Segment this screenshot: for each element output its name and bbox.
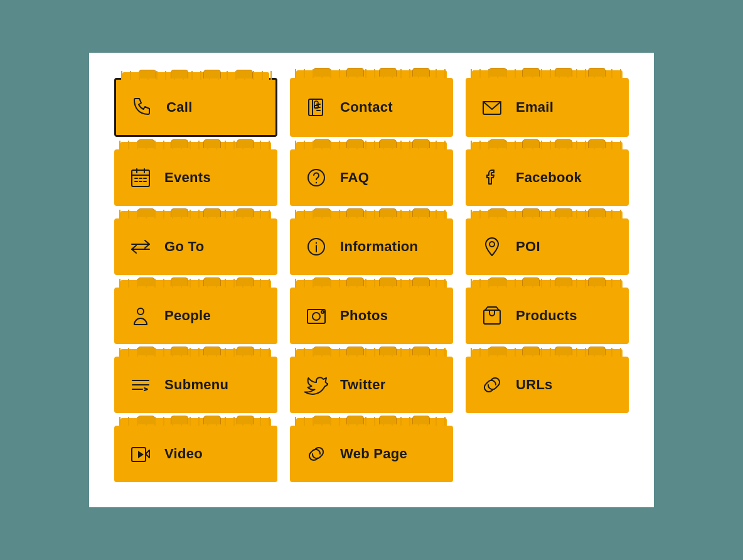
stud bbox=[412, 68, 430, 77]
stud bbox=[412, 277, 430, 286]
stud bbox=[237, 277, 254, 286]
stud bbox=[522, 347, 540, 355]
brick-label-twitter: Twitter bbox=[340, 377, 386, 393]
stud bbox=[588, 139, 606, 148]
brick-label-call: Call bbox=[166, 99, 193, 116]
brick-video[interactable]: Video bbox=[114, 426, 277, 482]
stud bbox=[522, 68, 540, 77]
stud-row bbox=[114, 347, 277, 355]
brick-label-people: People bbox=[164, 308, 211, 324]
brick-submenu[interactable]: Submenu bbox=[114, 357, 277, 413]
stud bbox=[346, 347, 364, 355]
stud-row bbox=[290, 208, 453, 217]
brick-twitter[interactable]: Twitter bbox=[290, 357, 453, 413]
stud bbox=[237, 347, 254, 355]
faq-icon bbox=[302, 164, 330, 191]
information-icon bbox=[302, 233, 330, 261]
svg-point-20 bbox=[316, 242, 317, 244]
brick-poi[interactable]: POI bbox=[466, 218, 629, 275]
twitter-icon bbox=[302, 371, 330, 399]
stud-row bbox=[290, 416, 453, 424]
stud bbox=[237, 208, 254, 217]
stud bbox=[203, 139, 221, 148]
brick-label-facebook: Facebook bbox=[516, 170, 582, 186]
poi-icon bbox=[478, 233, 506, 261]
brick-faq[interactable]: FAQ bbox=[290, 149, 453, 206]
stud-row bbox=[466, 208, 629, 217]
brick-people[interactable]: People bbox=[114, 288, 277, 344]
brick-label-urls: URLs bbox=[516, 377, 553, 393]
stud bbox=[379, 208, 397, 217]
stud bbox=[235, 70, 253, 78]
stud bbox=[171, 347, 188, 355]
stud-row bbox=[114, 139, 277, 148]
stud bbox=[379, 139, 397, 148]
stud bbox=[313, 68, 331, 77]
brick-events[interactable]: Events bbox=[114, 149, 277, 206]
stud-row bbox=[290, 68, 453, 77]
products-icon bbox=[478, 302, 506, 330]
stud-row bbox=[116, 70, 275, 78]
stud bbox=[588, 208, 606, 217]
stud bbox=[588, 347, 606, 355]
brick-photos[interactable]: Photos bbox=[290, 288, 453, 344]
stud bbox=[137, 208, 155, 217]
stud bbox=[137, 139, 155, 148]
stud bbox=[137, 277, 155, 286]
brick-contact[interactable]: Contact bbox=[290, 78, 453, 137]
brick-label-webpage: Web Page bbox=[340, 446, 407, 462]
stud bbox=[313, 277, 331, 286]
stud bbox=[489, 68, 506, 77]
stud bbox=[346, 208, 364, 217]
stud-row bbox=[114, 208, 277, 217]
svg-rect-24 bbox=[307, 310, 325, 323]
stud bbox=[412, 416, 430, 424]
stud-row bbox=[466, 347, 629, 355]
stud bbox=[139, 70, 156, 78]
stud-row bbox=[466, 139, 629, 148]
stud bbox=[522, 277, 540, 286]
svg-point-25 bbox=[313, 313, 320, 320]
stud bbox=[171, 208, 188, 217]
goto-icon bbox=[127, 233, 154, 261]
brick-webpage[interactable]: Web Page bbox=[290, 426, 453, 482]
stud bbox=[379, 347, 397, 355]
brick-products[interactable]: Products bbox=[466, 288, 629, 344]
stud-row bbox=[114, 416, 277, 424]
brick-label-poi: POI bbox=[516, 239, 540, 255]
stud bbox=[489, 208, 506, 217]
brick-facebook[interactable]: Facebook bbox=[466, 149, 629, 206]
people-icon bbox=[127, 302, 154, 330]
stud bbox=[346, 277, 364, 286]
stud bbox=[203, 208, 221, 217]
stud-row bbox=[466, 277, 629, 286]
submenu-icon bbox=[127, 371, 154, 399]
stud-row bbox=[290, 277, 453, 286]
brick-urls[interactable]: URLs bbox=[466, 357, 629, 413]
stud bbox=[412, 347, 430, 355]
stud bbox=[379, 277, 397, 286]
svg-point-15 bbox=[316, 182, 317, 183]
stud bbox=[346, 139, 364, 148]
stud bbox=[555, 139, 572, 148]
stud-row bbox=[290, 139, 453, 148]
brick-call[interactable]: Call bbox=[114, 78, 277, 137]
stud bbox=[588, 277, 606, 286]
brick-label-events: Events bbox=[164, 170, 211, 186]
brick-grid: Call Contact Email Events FAQ Facebook G… bbox=[114, 78, 629, 482]
stud bbox=[171, 416, 188, 424]
stud bbox=[346, 416, 364, 424]
main-container: Call Contact Email Events FAQ Facebook G… bbox=[89, 53, 654, 507]
svg-point-21 bbox=[489, 242, 494, 247]
stud bbox=[379, 416, 397, 424]
photos-icon bbox=[302, 302, 330, 330]
brick-label-products: Products bbox=[516, 308, 577, 324]
email-icon bbox=[478, 94, 506, 121]
brick-information[interactable]: Information bbox=[290, 218, 453, 275]
contact-icon bbox=[302, 94, 330, 121]
brick-goto[interactable]: Go To bbox=[114, 218, 277, 275]
stud bbox=[489, 139, 506, 148]
calendar-icon bbox=[127, 164, 154, 191]
brick-email[interactable]: Email bbox=[466, 78, 629, 137]
brick-label-contact: Contact bbox=[340, 99, 393, 116]
